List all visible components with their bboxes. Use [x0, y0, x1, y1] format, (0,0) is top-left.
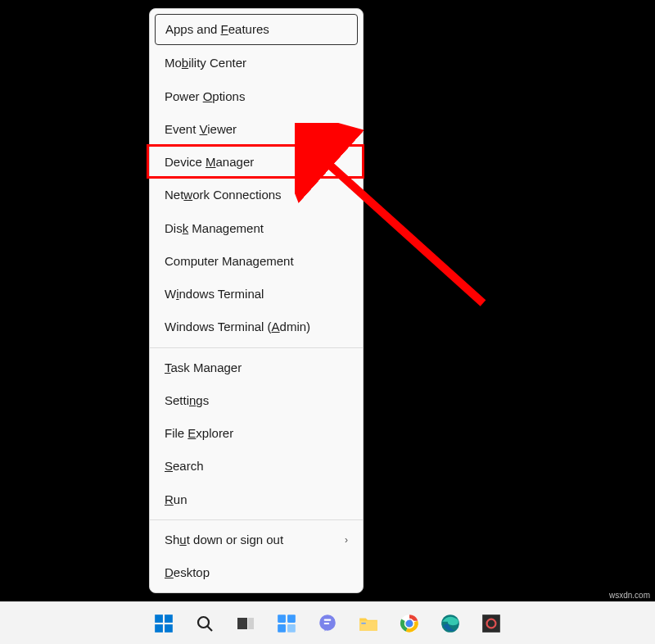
- menu-item-label: Apps and Features: [165, 21, 269, 38]
- generic-app-icon: [481, 613, 502, 634]
- menu-item-label: Device Manager: [165, 154, 254, 170]
- edge-icon: [440, 613, 461, 634]
- watermark: wsxdn.com: [609, 591, 650, 600]
- svg-rect-3: [155, 624, 163, 633]
- menu-item-label: Computer Management: [165, 253, 294, 270]
- menu-item-label: Network Connections: [165, 187, 282, 203]
- svg-rect-7: [237, 618, 247, 629]
- menu-item-label: Run: [165, 492, 187, 508]
- search-button[interactable]: [187, 606, 222, 641]
- svg-rect-11: [278, 624, 286, 633]
- svg-rect-22: [482, 615, 500, 633]
- folder-icon: [358, 613, 379, 634]
- menu-run[interactable]: Run: [150, 483, 363, 516]
- chat-button[interactable]: [310, 606, 345, 641]
- menu-network-connections[interactable]: Network Connections: [150, 179, 363, 211]
- menu-event-viewer[interactable]: Event Viewer: [150, 113, 363, 146]
- app-button[interactable]: [474, 606, 508, 641]
- taskbar: [0, 601, 655, 644]
- menu-windows-terminal[interactable]: Windows Terminal: [150, 278, 363, 311]
- winx-context-menu[interactable]: Apps and FeaturesMobility CenterPower Op…: [149, 8, 364, 593]
- svg-point-5: [198, 617, 209, 628]
- svg-rect-10: [287, 615, 296, 623]
- menu-device-manager[interactable]: Device Manager: [150, 146, 363, 179]
- menu-item-label: File Explorer: [165, 425, 233, 442]
- windows-icon: [153, 613, 174, 634]
- menu-item-label: Disk Management: [165, 220, 264, 237]
- menu-shut-down[interactable]: Shut down or sign out›: [150, 524, 363, 556]
- menu-separator: [150, 347, 363, 348]
- widgets-button[interactable]: [269, 606, 304, 641]
- svg-rect-4: [165, 624, 173, 633]
- svg-rect-8: [248, 618, 254, 629]
- menu-item-label: Windows Terminal (Admin): [165, 319, 310, 335]
- menu-desktop[interactable]: Desktop: [150, 556, 363, 589]
- svg-rect-1: [155, 615, 163, 623]
- svg-line-6: [208, 626, 213, 631]
- chevron-right-icon: ›: [345, 533, 348, 546]
- menu-power-options[interactable]: Power Options: [150, 80, 363, 113]
- menu-apps-and-features[interactable]: Apps and Features: [155, 14, 358, 45]
- svg-rect-2: [165, 615, 173, 623]
- menu-separator: [150, 519, 363, 520]
- menu-settings[interactable]: Settings: [150, 384, 363, 417]
- menu-item-label: Search: [165, 458, 204, 474]
- widgets-icon: [276, 613, 297, 634]
- menu-item-label: Shut down or sign out: [165, 532, 283, 548]
- svg-rect-16: [359, 620, 377, 630]
- svg-rect-9: [278, 615, 286, 623]
- task-view-icon: [236, 614, 255, 633]
- menu-computer-management[interactable]: Computer Management: [150, 245, 363, 278]
- file-explorer-button[interactable]: [351, 606, 386, 641]
- svg-point-19: [405, 619, 413, 627]
- menu-item-label: Settings: [165, 392, 209, 409]
- menu-item-label: Mobility Center: [165, 55, 246, 71]
- svg-rect-14: [324, 619, 332, 620]
- svg-rect-17: [361, 622, 365, 624]
- start-button[interactable]: [147, 606, 181, 641]
- search-icon: [195, 614, 215, 633]
- menu-file-explorer[interactable]: File Explorer: [150, 417, 363, 450]
- menu-item-label: Power Options: [165, 88, 245, 105]
- menu-mobility-center[interactable]: Mobility Center: [150, 47, 363, 79]
- menu-search[interactable]: Search: [150, 450, 363, 483]
- chrome-button[interactable]: [392, 606, 427, 641]
- menu-disk-management[interactable]: Disk Management: [150, 212, 363, 245]
- menu-item-label: Event Viewer: [165, 121, 237, 138]
- chrome-icon: [399, 613, 420, 634]
- edge-button[interactable]: [433, 606, 468, 641]
- menu-task-manager[interactable]: Task Manager: [150, 351, 363, 384]
- svg-rect-15: [324, 622, 330, 624]
- chat-icon: [317, 613, 338, 634]
- task-view-button[interactable]: [228, 606, 263, 641]
- menu-windows-terminal-admin[interactable]: Windows Terminal (Admin): [150, 311, 363, 343]
- menu-item-label: Windows Terminal: [165, 286, 264, 302]
- menu-item-label: Task Manager: [165, 360, 242, 376]
- svg-rect-12: [287, 624, 296, 633]
- menu-item-label: Desktop: [165, 565, 210, 581]
